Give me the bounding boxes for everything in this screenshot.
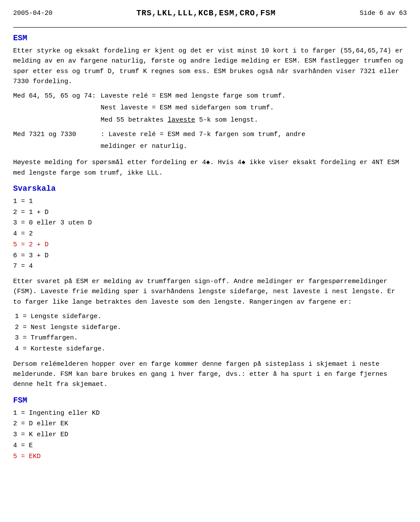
fsm-item: 2 = D eller EK xyxy=(13,419,407,430)
med7321-label-text: Med 7321 og 7330 xyxy=(13,131,76,138)
med7321-colon: : xyxy=(101,131,105,138)
svarskala-para2: Dersom relémelderen hopper over en farge… xyxy=(13,359,407,390)
range-item: 2 = Nest lengste sidefarge. xyxy=(15,322,407,333)
med7321-line1: Laveste relé = ESM med 7-k fargen som tr… xyxy=(108,131,305,138)
esm-para2-line1: Høyeste melding for spørsmål etter forde… xyxy=(13,159,206,166)
med64-line1: Laveste relé = ESM med lengste farge som… xyxy=(101,91,407,101)
med7321-line2: meldinger er naturlig. xyxy=(101,141,407,151)
med7321-block: Med 7321 og 7330 : Laveste relé = ESM me… xyxy=(13,130,407,152)
fsm-item: 5 = EKD xyxy=(13,452,407,462)
med64-row3: Med 55 betraktes laveste 5-k som lengst. xyxy=(13,115,407,125)
esm-para2-line2: . Hvis 4 xyxy=(210,159,242,166)
esm-para1: Etter styrke og eksakt fordeling er kjen… xyxy=(13,46,407,87)
fsm-list: 1 = Ingenting eller KD2 = D eller EK3 = … xyxy=(13,408,407,462)
esm-para2: Høyeste melding for spørsmål etter forde… xyxy=(13,158,407,178)
esm-section: ESM Etter styrke og eksakt fordeling er … xyxy=(13,34,407,178)
fsm-item: 3 = K eller ED xyxy=(13,430,407,441)
med64-label: Med 64, 55, 65 og 74: xyxy=(13,91,101,101)
svarskala-item: 7 = 4 xyxy=(13,261,407,272)
range-item: 4 = Korteste sidefarge. xyxy=(15,344,407,355)
med64-spacer2 xyxy=(13,115,101,125)
esm-heading: ESM xyxy=(13,34,407,42)
header-title: TRS,LKL,LLL,KCB,ESM,CRO,FSM xyxy=(136,9,276,18)
fsm-heading: FSM xyxy=(13,396,407,405)
svarskala-item: 3 = 0 eller 3 uten D xyxy=(13,218,407,229)
med64-row2: Nest laveste = ESM med sidefargen som tr… xyxy=(13,103,407,113)
med7321-row2: meldinger er naturlig. xyxy=(13,141,407,151)
med64-line3-prefix: Med 55 betraktes xyxy=(101,116,168,124)
svarskala-item: 6 = 3 + D xyxy=(13,251,407,262)
spade-symbol: ♠ xyxy=(206,159,210,166)
header-page: Side 6 av 63 xyxy=(360,10,407,17)
svarskala-item: 2 = 1 + D xyxy=(13,207,407,218)
med64-line3: Med 55 betraktes laveste 5-k som lengst. xyxy=(101,115,407,125)
svarskala-item: 5 = 2 + D xyxy=(13,240,407,251)
med64-spacer xyxy=(13,103,101,113)
svarskala-list: 1 = 12 = 1 + D3 = 0 eller 3 uten D4 = 25… xyxy=(13,196,407,272)
spade-symbol2: ♠ xyxy=(242,159,245,166)
med64-row1: Med 64, 55, 65 og 74: Laveste relé = ESM… xyxy=(13,91,407,101)
med7321-content: : Laveste relé = ESM med 7-k fargen som … xyxy=(101,130,407,140)
med64-line2: Nest laveste = ESM med sidefargen som tr… xyxy=(101,103,407,113)
fsm-section: FSM 1 = Ingenting eller KD2 = D eller EK… xyxy=(13,396,407,462)
svarskala-item: 4 = 2 xyxy=(13,229,407,240)
med7321-row1: Med 7321 og 7330 : Laveste relé = ESM me… xyxy=(13,130,407,140)
range-item: 1 = Lengste sidefarge. xyxy=(15,312,407,322)
range-item: 3 = Trumffargen. xyxy=(15,333,407,344)
range-list: 1 = Lengste sidefarge.2 = Nest lengste s… xyxy=(15,312,407,355)
med64-line3-suffix: 5-k som lengst. xyxy=(195,116,258,124)
svarskala-item: 1 = 1 xyxy=(13,196,407,207)
med7321-label: Med 7321 og 7330 xyxy=(13,130,101,140)
svarskala-heading: Svarskala xyxy=(13,184,407,193)
med64-line3-underline: laveste xyxy=(168,116,195,124)
header-date: 2005-04-20 xyxy=(13,10,52,17)
svarskala-para1: Etter svaret på ESM er melding av trumff… xyxy=(13,277,407,307)
svarskala-section: Svarskala 1 = 12 = 1 + D3 = 0 eller 3 ut… xyxy=(13,184,407,390)
med64-block: Med 64, 55, 65 og 74: Laveste relé = ESM… xyxy=(13,91,407,125)
page-header: 2005-04-20 TRS,LKL,LLL,KCB,ESM,CRO,FSM S… xyxy=(13,9,407,19)
header-divider xyxy=(13,27,407,28)
fsm-item: 1 = Ingenting eller KD xyxy=(13,408,407,419)
fsm-item: 4 = E xyxy=(13,441,407,452)
med7321-spacer xyxy=(13,141,101,151)
